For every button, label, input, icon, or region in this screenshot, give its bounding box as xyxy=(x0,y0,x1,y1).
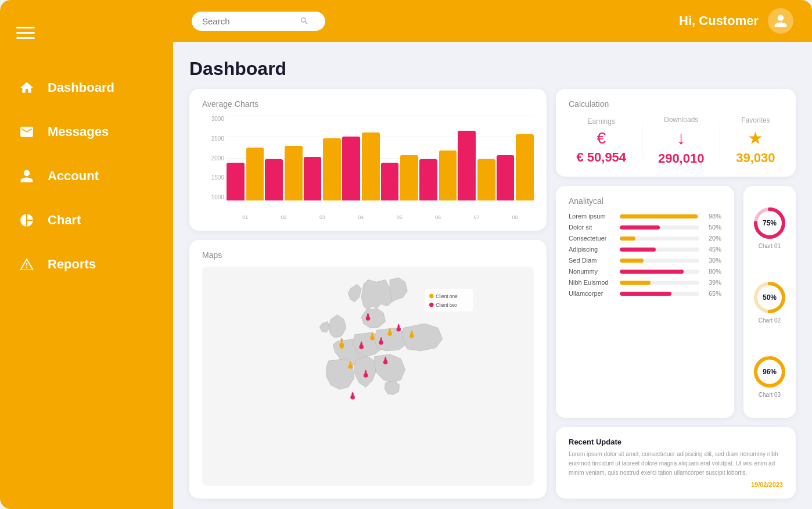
analytics-label-3: Adipiscing xyxy=(569,246,616,253)
bar-orange-6 xyxy=(477,159,495,201)
bar-fill-3 xyxy=(620,248,656,252)
bar-group-5 xyxy=(419,150,457,200)
sidebar-item-messages[interactable]: Messages xyxy=(0,110,173,154)
main-area: Hi, Customer Dashboard Average Charts 30… xyxy=(173,0,812,509)
calculation-title: Calculation xyxy=(569,99,783,109)
calc-divider-2 xyxy=(720,124,720,159)
svg-point-4 xyxy=(348,364,353,369)
analytics-pct-2: 20% xyxy=(703,235,721,242)
recent-update-date: 19/02/2023 xyxy=(569,481,783,488)
svg-point-14 xyxy=(429,294,434,299)
right-column: Calculation Earnings € € 50,954 Download… xyxy=(556,89,796,499)
chart-label: Chart xyxy=(48,213,81,228)
svg-text:Client one: Client one xyxy=(436,293,458,299)
x-label-3: 04 xyxy=(342,214,379,220)
bar-track-0 xyxy=(620,214,699,218)
bar-fill-1 xyxy=(620,225,660,230)
x-label-0: 01 xyxy=(227,214,264,220)
donut-center-text-2: 96% xyxy=(763,368,777,376)
bar-groups xyxy=(227,116,534,200)
y-axis: 3000 2500 2000 1500 1000 xyxy=(202,116,224,200)
bar-orange-1 xyxy=(285,146,303,200)
home-icon xyxy=(16,77,37,98)
bar-pink-6 xyxy=(458,131,476,200)
maps-title: Maps xyxy=(202,250,534,260)
map-container: Client one Client two xyxy=(202,267,534,486)
donut-wrap-1: 50% xyxy=(752,280,787,315)
bar-fill-7 xyxy=(620,292,671,296)
bar-track-3 xyxy=(620,248,699,252)
x-label-4: 05 xyxy=(381,214,418,220)
bar-chart-container: 3000 2500 2000 1500 1000 xyxy=(202,116,534,214)
sidebar-item-chart[interactable]: Chart xyxy=(0,198,173,242)
analytics-pct-3: 45% xyxy=(703,246,721,253)
bar-pink-0 xyxy=(227,163,245,200)
avatar[interactable] xyxy=(768,8,793,34)
calc-row: Earnings € € 50,954 Downloads ↓ 290,010 xyxy=(569,116,783,166)
donut-item-0: 75%Chart 01 xyxy=(752,206,787,249)
header: Hi, Customer xyxy=(173,0,812,42)
svg-rect-13 xyxy=(425,289,473,311)
average-charts-card: Average Charts 3000 2500 2000 1500 1000 xyxy=(189,89,547,231)
analytics-donut-row: Analitycal Lorem ipsum98%Dolor sit50%Con… xyxy=(556,186,796,418)
earnings-icon: € xyxy=(576,129,626,148)
donut-wrap-2: 96% xyxy=(752,354,787,389)
sidebar-item-dashboard[interactable]: Dashboard xyxy=(0,66,173,110)
donut-center-text-0: 75% xyxy=(763,219,777,227)
search-box[interactable] xyxy=(192,12,325,31)
downloads-value: 290,010 xyxy=(658,151,705,166)
reports-label: Reports xyxy=(48,257,96,272)
sidebar-item-account[interactable]: Account xyxy=(0,154,173,198)
svg-point-11 xyxy=(350,395,355,400)
bar-pink-1 xyxy=(265,159,283,201)
analytics-pct-6: 39% xyxy=(703,279,721,286)
maps-card: Maps xyxy=(189,240,547,499)
hamburger-menu[interactable] xyxy=(0,17,173,66)
svg-point-10 xyxy=(383,360,388,365)
analytics-row-1: Dolor sit50% xyxy=(569,224,721,231)
analytics-label-0: Lorem ipsum xyxy=(569,213,616,220)
content-row: Average Charts 3000 2500 2000 1500 1000 xyxy=(189,89,796,499)
search-input[interactable] xyxy=(202,16,295,26)
content: Dashboard Average Charts 3000 2500 2000 … xyxy=(173,42,812,509)
analytics-pct-5: 80% xyxy=(703,268,721,275)
greeting-text: Hi, Customer xyxy=(679,13,759,28)
bar-orange-0 xyxy=(246,148,264,200)
analytics-label-7: Ullamcorper xyxy=(569,290,616,297)
bar-group-7 xyxy=(497,134,534,200)
bar-orange-5 xyxy=(439,150,457,200)
bar-fill-0 xyxy=(620,214,698,218)
donut-wrap-0: 75% xyxy=(752,206,787,241)
analytics-rows: Lorem ipsum98%Dolor sit50%Consectetuer20… xyxy=(569,213,721,297)
donut-center-text-1: 50% xyxy=(763,293,777,302)
left-column: Average Charts 3000 2500 2000 1500 1000 xyxy=(189,89,547,499)
calc-earnings: Earnings € € 50,954 xyxy=(576,117,626,165)
search-icon xyxy=(300,16,309,26)
bar-track-5 xyxy=(620,270,699,274)
analytics-row-0: Lorem ipsum98% xyxy=(569,213,721,220)
sidebar-item-reports[interactable]: Reports xyxy=(0,242,173,286)
calc-favorites: Favorites ★ 39,030 xyxy=(736,116,775,166)
bar-pink-5 xyxy=(419,159,437,201)
donut-label-2: Chart 03 xyxy=(759,392,781,398)
analytics-title: Analitycal xyxy=(569,196,721,206)
bar-fill-5 xyxy=(620,270,684,274)
bar-pink-3 xyxy=(342,137,360,201)
bar-fill-4 xyxy=(620,259,644,263)
analytics-row-2: Consectetuer20% xyxy=(569,235,721,242)
svg-point-7 xyxy=(379,340,383,345)
sidebar: Dashboard Messages Account Chart xyxy=(0,0,173,509)
bar-orange-2 xyxy=(323,138,341,200)
analytics-row-3: Adipiscing45% xyxy=(569,246,721,253)
svg-point-8 xyxy=(397,327,401,332)
bar-group-0 xyxy=(227,148,264,200)
analytics-row-6: Nibh Euismod39% xyxy=(569,279,721,286)
x-labels: 0102030405060708 xyxy=(202,214,534,220)
bar-group-4 xyxy=(381,155,418,200)
pie-icon xyxy=(16,210,37,231)
analytics-pct-0: 98% xyxy=(703,213,721,220)
analytics-pct-4: 30% xyxy=(703,257,721,264)
page-title: Dashboard xyxy=(189,58,796,80)
analytics-label-6: Nibh Euismod xyxy=(569,279,616,286)
x-label-1: 02 xyxy=(265,214,302,220)
